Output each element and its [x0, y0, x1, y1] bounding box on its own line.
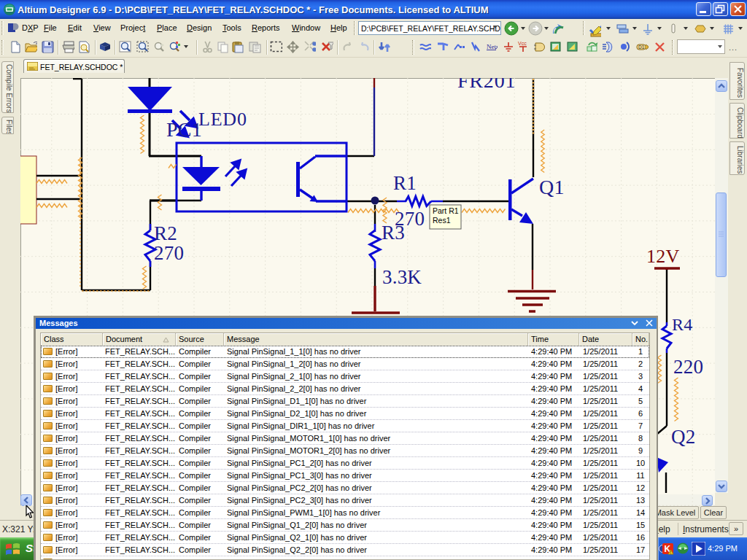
svg-text:270: 270: [154, 242, 184, 264]
svg-text:R1: R1: [393, 172, 417, 194]
svg-text:D1: D1: [638, 44, 645, 50]
svg-text:Net: Net: [487, 43, 496, 50]
svg-text:FR201: FR201: [457, 78, 516, 92]
svg-text:220: 220: [673, 356, 703, 378]
svg-text:PC1: PC1: [166, 118, 202, 141]
svg-text:R4: R4: [672, 315, 692, 334]
svg-text:Q1: Q1: [539, 176, 565, 198]
svg-text:Q2: Q2: [671, 426, 695, 448]
svg-text:Res1: Res1: [433, 216, 451, 225]
svg-text:Vcc: Vcc: [518, 41, 527, 46]
svg-text:3.3K: 3.3K: [382, 266, 422, 288]
svg-text:R3: R3: [382, 222, 405, 244]
svg-text:Part R1: Part R1: [433, 206, 459, 215]
svg-text:R2: R2: [154, 222, 177, 244]
svg-text:LED0: LED0: [198, 109, 247, 130]
svg-text:12V: 12V: [646, 246, 679, 267]
